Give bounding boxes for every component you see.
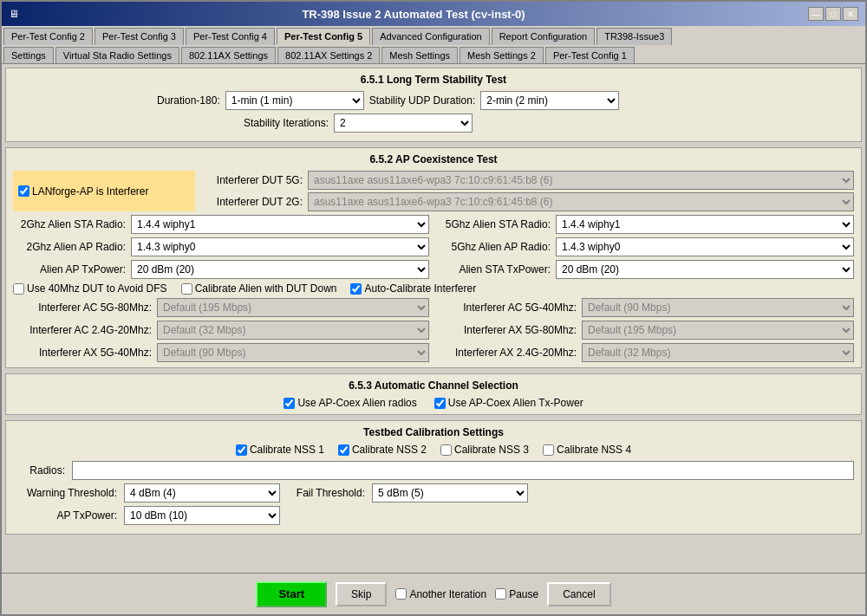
main-window: 🖥 TR-398 Issue 2 Automated Test (cv-inst… bbox=[0, 0, 867, 616]
interferer-ax5g80-select[interactable]: Default (195 Mbps) bbox=[582, 321, 854, 340]
alien-sta-txpower-row: Alien STA TxPower: 20 dBm (20) bbox=[438, 260, 854, 279]
alien-sta-txpower-select[interactable]: 20 dBm (20) bbox=[556, 260, 854, 279]
tab-mesh-settings[interactable]: Mesh Settings bbox=[381, 47, 458, 63]
lanforge-interferer-checkbox[interactable] bbox=[18, 185, 29, 197]
another-iteration-checkbox[interactable] bbox=[395, 588, 407, 600]
interferer-ac5g40-row: Interferer AC 5G-40Mhz: Default (90 Mbps… bbox=[438, 298, 854, 317]
bottom-bar: Start Skip Another Iteration Pause Cance… bbox=[2, 573, 865, 614]
ghz2-ap-label: 2Ghz Alien AP Radio: bbox=[13, 241, 126, 253]
ap-txpower-select[interactable]: 10 dBm (10) bbox=[124, 506, 280, 525]
calibrate-nss2-label[interactable]: Calibrate NSS 2 bbox=[338, 444, 427, 456]
calibrate-nss1-label[interactable]: Calibrate NSS 1 bbox=[236, 444, 324, 456]
tab-80211ax-settings-2[interactable]: 802.11AX Settings 2 bbox=[277, 47, 380, 63]
pause-checkbox[interactable] bbox=[495, 588, 506, 600]
calibrate-nss4-checkbox[interactable] bbox=[543, 444, 554, 456]
tab-per-test-config-1[interactable]: Per-Test Config 1 bbox=[545, 47, 635, 63]
calibrate-nss3-checkbox[interactable] bbox=[440, 444, 452, 456]
pause-label[interactable]: Pause bbox=[495, 588, 538, 600]
ghz5-sta-select[interactable]: 1.4.4 wiphy1 bbox=[556, 215, 854, 234]
auto-calibrate-checkbox[interactable] bbox=[350, 283, 362, 295]
tab-per-test-config-3[interactable]: Per-Test Config 3 bbox=[95, 28, 184, 45]
stability-udp-select[interactable]: 2-min (2 min) bbox=[480, 91, 619, 110]
ap-txpower-label: AP TxPower: bbox=[13, 509, 117, 522]
interferer-dut5g-select[interactable]: asus11axe asus11axe6-wpa3 7c:10:c9:61:45… bbox=[308, 171, 854, 190]
interferer-ac5g40-select[interactable]: Default (90 Mbps) bbox=[582, 298, 854, 317]
duration-row: Duration-180: 1-min (1 min) Stability UD… bbox=[13, 91, 854, 110]
ghz5-sta-row: 5Ghz Alien STA Radio: 1.4.4 wiphy1 bbox=[438, 215, 854, 234]
another-iteration-text: Another Iteration bbox=[409, 588, 486, 600]
pause-text: Pause bbox=[509, 588, 538, 600]
interferer-ac5g80-select[interactable]: Default (195 Mbps) bbox=[157, 298, 429, 317]
tab-settings[interactable]: Settings bbox=[3, 47, 54, 63]
section-653-title: 6.5.3 Automatic Channel Selection bbox=[13, 379, 854, 392]
use-apcoex-txpower-label[interactable]: Use AP-Coex Alien Tx-Power bbox=[434, 397, 583, 409]
use40mhz-checkbox[interactable] bbox=[13, 283, 24, 295]
tab-per-test-config-4[interactable]: Per-Test Config 4 bbox=[186, 28, 275, 45]
tab-mesh-settings-2[interactable]: Mesh Settings 2 bbox=[460, 47, 544, 63]
tab-report-configuration[interactable]: Report Configuration bbox=[492, 28, 596, 45]
minimize-button[interactable]: — bbox=[808, 7, 824, 21]
warning-threshold-select[interactable]: 4 dBm (4) bbox=[124, 483, 280, 503]
alien-ap-txpower-select[interactable]: 20 dBm (20) bbox=[131, 260, 429, 279]
fail-threshold-select[interactable]: 5 dBm (5) bbox=[372, 483, 528, 503]
use-apcoex-txpower-checkbox[interactable] bbox=[434, 398, 446, 409]
calibrate-nss1-text: Calibrate NSS 1 bbox=[250, 444, 324, 456]
ap-txpower-row: AP TxPower: 10 dBm (10) bbox=[13, 506, 854, 525]
use-apcoex-alien-label[interactable]: Use AP-Coex Alien radios bbox=[284, 397, 416, 409]
section-651-title: 6.5.1 Long Term Stability Test bbox=[13, 74, 854, 86]
tab-80211ax-settings[interactable]: 802.11AX Settings bbox=[181, 47, 276, 63]
calibrate-nss2-checkbox[interactable] bbox=[338, 444, 349, 456]
ghz2-sta-select[interactable]: 1.4.4 wiphy1 bbox=[131, 215, 429, 234]
title-bar: 🖥 TR-398 Issue 2 Automated Test (cv-inst… bbox=[2, 2, 865, 26]
interferer-dut5g-label: Interferer DUT 5G: bbox=[199, 174, 303, 186]
tab-per-test-config-2[interactable]: Per-Test Config 2 bbox=[3, 28, 93, 45]
content-area: 6.5.1 Long Term Stability Test Duration-… bbox=[2, 63, 865, 573]
use-apcoex-alien-checkbox[interactable] bbox=[284, 398, 295, 409]
start-button[interactable]: Start bbox=[256, 581, 327, 607]
auto-calibrate-label[interactable]: Auto-Calibrate Interferer bbox=[350, 282, 476, 295]
calibrate-alien-checkbox[interactable] bbox=[181, 283, 192, 295]
tab-per-test-config-5[interactable]: Per-Test Config 5 bbox=[277, 28, 370, 45]
ghz2-ap-select[interactable]: 1.4.3 wiphy0 bbox=[131, 237, 429, 256]
calibrate-nss1-checkbox[interactable] bbox=[236, 444, 247, 456]
interferer-ax5g40-select[interactable]: Default (90 Mbps) bbox=[157, 343, 429, 362]
interferer-ac5g80-label: Interferer AC 5G-80Mhz: bbox=[13, 302, 152, 314]
section-testbed: Testbed Calibration Settings Calibrate N… bbox=[5, 420, 862, 535]
lanforge-interferer-checkbox-label[interactable]: LANforge-AP is Interferer bbox=[18, 185, 149, 198]
testbed-title: Testbed Calibration Settings bbox=[13, 426, 854, 438]
use40mhz-text: Use 40Mhz DUT to Avoid DFS bbox=[27, 282, 167, 295]
duration-select[interactable]: 1-min (1 min) bbox=[225, 91, 364, 110]
calibrate-nss4-label[interactable]: Calibrate NSS 4 bbox=[543, 444, 631, 456]
interferer-ac24-row: Interferer AC 2.4G-20Mhz: Default (32 Mb… bbox=[13, 321, 429, 340]
interferer-ac24-select[interactable]: Default (32 Mbps) bbox=[157, 321, 429, 340]
calibrate-alien-text: Calibrate Alien with DUT Down bbox=[195, 282, 337, 295]
use-apcoex-txpower-text: Use AP-Coex Alien Tx-Power bbox=[448, 397, 583, 409]
radios-label: Radios: bbox=[13, 464, 65, 477]
use40mhz-label[interactable]: Use 40Mhz DUT to Avoid DFS bbox=[13, 282, 167, 295]
skip-button[interactable]: Skip bbox=[336, 582, 387, 606]
maximize-button[interactable]: □ bbox=[825, 7, 841, 21]
interferer-ax24-select[interactable]: Default (32 Mbps) bbox=[582, 343, 854, 362]
stability-iter-select[interactable]: 2 bbox=[334, 113, 473, 133]
calibrate-nss3-label[interactable]: Calibrate NSS 3 bbox=[440, 444, 529, 456]
close-button[interactable]: ✕ bbox=[843, 7, 858, 21]
ghz5-sta-label: 5Ghz Alien STA Radio: bbox=[438, 218, 551, 230]
cancel-button[interactable]: Cancel bbox=[547, 582, 610, 606]
tab-tr398-issue3[interactable]: TR398-Issue3 bbox=[596, 28, 672, 45]
interferer-dut5g-row: Interferer DUT 5G: asus11axe asus11axe6-… bbox=[199, 171, 854, 190]
tab-virtual-sta-radio[interactable]: Virtual Sta Radio Settings bbox=[55, 47, 179, 63]
window-icon: 🖥 bbox=[9, 8, 19, 20]
radios-input[interactable] bbox=[72, 461, 854, 480]
stability-iter-label: Stability Iterations: bbox=[244, 117, 329, 129]
calibrate-alien-label[interactable]: Calibrate Alien with DUT Down bbox=[181, 282, 337, 295]
ghz5-ap-select[interactable]: 1.4.3 wiphy0 bbox=[556, 237, 854, 256]
interferer-dut2g-select[interactable]: asus11axe asus11axe6-wpa3 7c:10:c9:61:45… bbox=[308, 192, 854, 211]
ghz5-ap-label: 5Ghz Alien AP Radio: bbox=[438, 241, 551, 253]
radios-row: Radios: bbox=[13, 461, 854, 480]
another-iteration-label[interactable]: Another Iteration bbox=[395, 588, 486, 600]
alien-ap-txpower-row: Alien AP TxPower: 20 dBm (20) bbox=[13, 260, 429, 279]
tab-advanced-configuration[interactable]: Advanced Configuration bbox=[372, 28, 489, 45]
alien-sta-txpower-label: Alien STA TxPower: bbox=[438, 263, 551, 276]
calibrate-nss2-text: Calibrate NSS 2 bbox=[352, 444, 427, 456]
ghz5-ap-row: 5Ghz Alien AP Radio: 1.4.3 wiphy0 bbox=[438, 237, 854, 256]
